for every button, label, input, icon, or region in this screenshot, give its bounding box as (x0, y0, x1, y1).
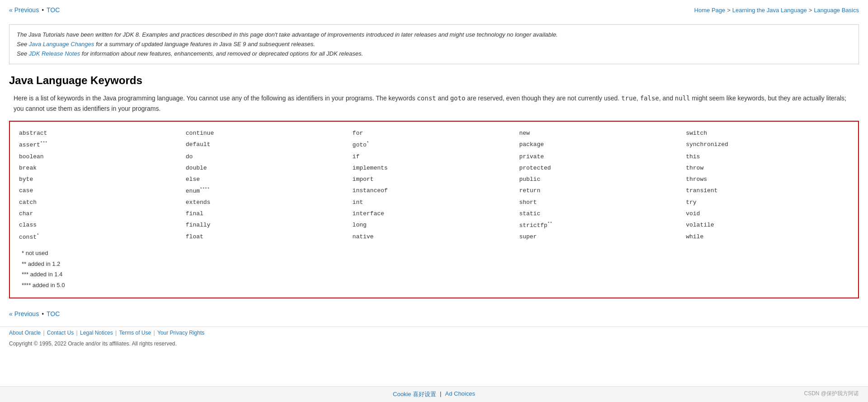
legal-notices-link[interactable]: Legal Notices (80, 330, 113, 336)
nav-separator: • (42, 6, 44, 14)
keyword-while: while (684, 232, 851, 241)
keyword-instanceof: instanceof (351, 186, 518, 195)
keyword-assert: assert*** (17, 140, 184, 149)
keyword-default: default (184, 140, 351, 149)
breadcrumb: Home Page > Learning the Java Language >… (694, 7, 859, 14)
page-title: Java Language Keywords (9, 74, 859, 87)
keyword-interface: interface (351, 209, 518, 218)
keyword-abstract: abstract (17, 129, 184, 137)
keyword-import: import (351, 175, 518, 184)
breadcrumb-home[interactable]: Home Page (694, 7, 726, 14)
privacy-rights-link[interactable]: Your Privacy Rights (157, 330, 204, 336)
top-navigation: « Previous • TOC Home Page > Learning th… (0, 0, 868, 20)
keyword-public: public (517, 175, 684, 184)
footnotes: * not used ** added in 1.2 *** added in … (17, 248, 851, 290)
keyword-boolean: boolean (17, 152, 184, 161)
keyword-protected: protected (517, 164, 684, 172)
bottom-toc-link[interactable]: TOC (47, 310, 60, 317)
keyword-const: const* (17, 232, 184, 241)
keyword-return: return (517, 186, 684, 195)
keywords-table-container: abstract continue for new switch assert*… (9, 121, 859, 298)
footer-sep4: | (154, 330, 156, 336)
about-oracle-link[interactable]: About Oracle (9, 330, 41, 336)
keyword-case: case (17, 186, 184, 195)
keyword-byte: byte (17, 175, 184, 184)
keyword-char: char (17, 209, 184, 218)
false-code: false (640, 95, 659, 102)
footer-sep3: | (115, 330, 118, 336)
keyword-do: do (184, 152, 351, 161)
keyword-static: static (517, 209, 684, 218)
toc-link[interactable]: TOC (47, 6, 60, 14)
keyword-long: long (351, 221, 518, 230)
footer-sep2: | (76, 330, 79, 336)
footer-links: About Oracle | Contact Us | Legal Notice… (0, 326, 868, 339)
keyword-continue: continue (184, 129, 351, 137)
top-nav-left: « Previous • TOC (9, 6, 60, 14)
keyword-private: private (517, 152, 684, 161)
jdk-release-notes-link[interactable]: JDK Release Notes (29, 50, 80, 57)
keyword-this: this (684, 152, 851, 161)
keyword-short: short (517, 198, 684, 207)
keyword-else: else (184, 175, 351, 184)
footer-sep1: | (43, 330, 46, 336)
bottom-previous-link[interactable]: « Previous (9, 310, 39, 317)
const-code: const (417, 95, 436, 102)
keyword-break: break (17, 164, 184, 172)
keyword-switch: switch (684, 129, 851, 137)
keyword-void: void (684, 209, 851, 218)
notice-box: The Java Tutorials have been written for… (9, 24, 859, 64)
keyword-int: int (351, 198, 518, 207)
footnote-2: ** added in 1.2 (17, 259, 851, 269)
bottom-nav-separator: • (42, 310, 44, 317)
keyword-if: if (351, 152, 518, 161)
footnote-1: * not used (17, 248, 851, 258)
keyword-double: double (184, 164, 351, 172)
bottom-navigation: « Previous • TOC (0, 303, 868, 322)
breadcrumb-sep2: > (809, 7, 812, 14)
true-code: true (621, 95, 637, 102)
keyword-goto: goto* (351, 140, 518, 149)
goto-code: goto (450, 95, 466, 102)
keyword-package: package (517, 140, 684, 149)
copyright: Copyright © 1995, 2022 Oracle and/or its… (0, 339, 868, 349)
keyword-strictfp: strictfp** (517, 221, 684, 230)
keyword-final: final (184, 209, 351, 218)
keyword-catch: catch (17, 198, 184, 207)
null-code: null (675, 95, 690, 102)
footnote-3: *** added in 1.4 (17, 269, 851, 279)
breadcrumb-basics[interactable]: Language Basics (814, 7, 859, 14)
footnote-4: **** added in 5.0 (17, 280, 851, 290)
keyword-class: class (17, 221, 184, 230)
keyword-throws: throws (684, 175, 851, 184)
previous-link[interactable]: « Previous (9, 6, 39, 14)
notice-see2: See (17, 50, 29, 57)
keyword-try: try (684, 198, 851, 207)
keyword-for: for (351, 129, 518, 137)
keyword-extends: extends (184, 198, 351, 207)
keyword-synchronized: synchronized (684, 140, 851, 149)
intro-paragraph: Here is a list of keywords in the Java p… (14, 93, 854, 114)
notice-see1: See (17, 41, 29, 47)
terms-of-use-link[interactable]: Terms of Use (119, 330, 151, 336)
keywords-grid: abstract continue for new switch assert*… (17, 129, 851, 241)
keyword-native: native (351, 232, 518, 241)
java-language-changes-link[interactable]: Java Language Changes (29, 41, 94, 47)
notice-text3: for information about new features, enha… (80, 50, 363, 57)
keyword-finally: finally (184, 221, 351, 230)
notice-text2: for a summary of updated language featur… (94, 41, 315, 47)
keyword-transient: transient (684, 186, 851, 195)
keyword-throw: throw (684, 164, 851, 172)
keyword-float: float (184, 232, 351, 241)
breadcrumb-learning[interactable]: Learning the Java Language (732, 7, 807, 14)
keyword-implements: implements (351, 164, 518, 172)
keyword-enum: enum**** (184, 186, 351, 195)
contact-us-link[interactable]: Contact Us (47, 330, 74, 336)
notice-text1: The Java Tutorials have been written for… (17, 31, 558, 38)
keyword-super: super (517, 232, 684, 241)
breadcrumb-sep1: > (727, 7, 731, 14)
keyword-new: new (517, 129, 684, 137)
keyword-volatile: volatile (684, 221, 851, 230)
